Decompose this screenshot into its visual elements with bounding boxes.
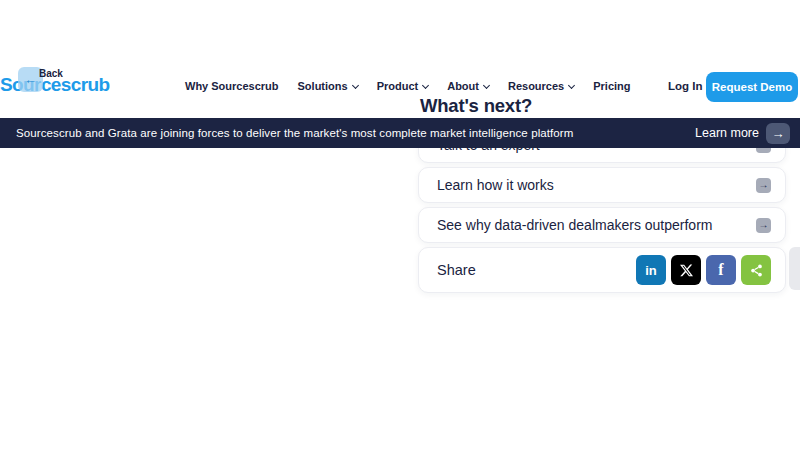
main-nav: Why Sourcescrub Solutions Product About …	[185, 80, 631, 92]
arrow-right-icon[interactable]: →	[756, 178, 771, 193]
arrow-right-icon[interactable]: →	[766, 123, 790, 144]
site-header: Sourcescrub ← Back Why Sourcescrub Solut…	[0, 0, 800, 97]
linkedin-share-button[interactable]: in	[636, 255, 666, 285]
request-demo-button[interactable]: Request Demo	[706, 72, 798, 102]
page: What's next? Talk to an expert → Learn h…	[0, 0, 800, 450]
nav-item-label: Solutions	[298, 80, 348, 92]
chevron-down-icon	[483, 81, 490, 88]
share-buttons: in f	[636, 255, 771, 285]
nav-item-label: Product	[377, 80, 419, 92]
next-link-label: See why data-driven dealmakers outperfor…	[437, 217, 712, 233]
nav-item-label: About	[447, 80, 479, 92]
next-link-dealmakers-outperform[interactable]: See why data-driven dealmakers outperfor…	[418, 207, 786, 243]
next-link-learn-how-it-works[interactable]: Learn how it works →	[418, 167, 786, 203]
back-label: Back	[39, 68, 63, 79]
offscreen-share-widget	[789, 247, 800, 290]
nav-item-resources[interactable]: Resources	[508, 80, 574, 92]
banner-learn-more-link[interactable]: Learn more	[695, 126, 759, 140]
share-label: Share	[437, 262, 476, 278]
next-links-list: Talk to an expert → Learn how it works →…	[418, 127, 786, 293]
nav-item-pricing[interactable]: Pricing	[593, 80, 630, 92]
nav-item-about[interactable]: About	[447, 80, 489, 92]
nav-item-why-sourcescrub[interactable]: Why Sourcescrub	[185, 80, 279, 92]
login-link[interactable]: Log In	[668, 80, 703, 92]
x-twitter-icon	[680, 264, 693, 277]
nav-item-product[interactable]: Product	[377, 80, 429, 92]
announcement-banner: Sourcescrub and Grata are joining forces…	[0, 118, 800, 148]
next-link-label: Learn how it works	[437, 177, 554, 193]
banner-message: Sourcescrub and Grata are joining forces…	[16, 127, 695, 139]
facebook-icon: f	[718, 261, 723, 279]
nav-item-label: Why Sourcescrub	[185, 80, 279, 92]
share-more-button[interactable]	[741, 255, 771, 285]
chevron-down-icon	[352, 81, 359, 88]
facebook-share-button[interactable]: f	[706, 255, 736, 285]
share-row: Share in f	[418, 247, 786, 293]
whats-next-heading: What's next?	[420, 95, 532, 117]
arrow-left-icon: ←	[24, 72, 37, 87]
x-twitter-share-button[interactable]	[671, 255, 701, 285]
linkedin-icon: in	[645, 263, 657, 278]
nav-item-label: Resources	[508, 80, 564, 92]
chevron-down-icon	[568, 81, 575, 88]
share-nodes-icon	[749, 263, 764, 278]
nav-item-label: Pricing	[593, 80, 630, 92]
nav-item-solutions[interactable]: Solutions	[298, 80, 358, 92]
chevron-down-icon	[422, 81, 429, 88]
arrow-right-icon[interactable]: →	[756, 218, 771, 233]
